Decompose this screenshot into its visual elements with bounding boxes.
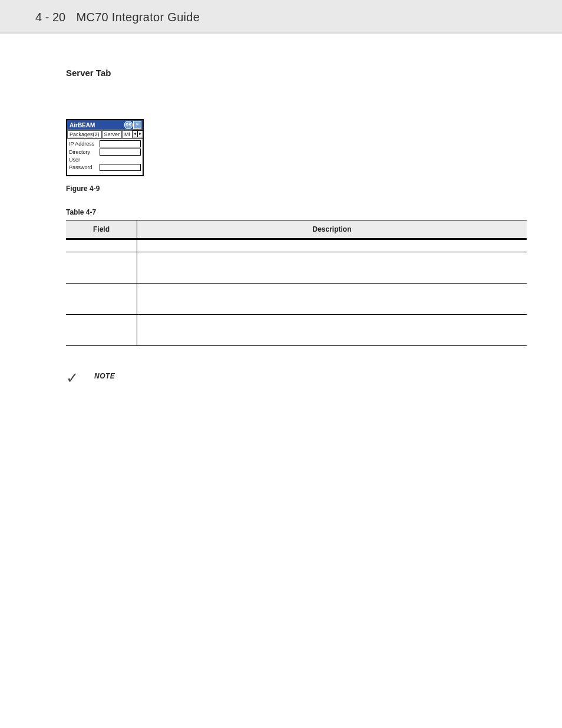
cell-field [66,315,137,346]
table-caption: Table 4-7 [66,208,527,216]
ok-button[interactable]: ok [124,121,133,129]
table-row [66,315,527,346]
row-user: User [67,156,143,163]
th-description: Description [137,220,527,239]
page-number: 4 - 20 [35,11,74,24]
window-titlebar: AirBEAM ok × [67,120,143,130]
cell-field [66,239,137,252]
doc-title: MC70 Integrator Guide [76,11,200,24]
cell-field [66,284,137,315]
th-field: Field [66,220,137,239]
tab-scroll-right-icon[interactable]: ▸ [137,130,143,137]
checkmark-icon: ✓ [66,372,94,384]
page-header: 4 - 20 MC70 Integrator Guide [0,0,562,34]
tab-mi[interactable]: Mi [122,130,133,138]
cell-description [137,252,527,284]
page-content: Server Tab AirBEAM ok × Packages(2) Serv… [0,34,562,419]
cell-description [137,239,527,252]
cell-field [66,252,137,284]
table-row [66,284,527,315]
note-block: ✓ NOTE [66,372,527,384]
section-heading: Server Tab [66,68,527,78]
label-password: Password [69,164,100,170]
input-password[interactable] [100,164,141,171]
airbeam-window: AirBEAM ok × Packages(2) Server Mi ◂ ▸ I… [66,119,144,176]
input-directory[interactable] [100,149,141,156]
cell-description [137,315,527,346]
tab-row: Packages(2) Server Mi ◂ ▸ [67,130,143,139]
input-ip-address[interactable] [100,140,141,147]
row-directory: Directory [67,148,143,156]
tab-server[interactable]: Server [102,130,123,138]
label-user: User [69,157,100,163]
label-directory: Directory [69,149,100,155]
figure-caption: Figure 4-9 [66,185,527,193]
note-label: NOTE [94,372,115,380]
window-body: IP Address Directory User Password [67,139,143,175]
tab-packages[interactable]: Packages(2) [67,130,102,138]
row-password: Password [67,163,143,172]
field-description-table: Field Description [66,220,527,346]
cell-description [137,284,527,315]
window-title: AirBEAM [68,122,95,129]
close-button[interactable]: × [133,121,141,129]
row-ip-address: IP Address [67,140,143,148]
label-ip-address: IP Address [69,141,100,147]
table-row [66,239,527,252]
table-row [66,252,527,284]
